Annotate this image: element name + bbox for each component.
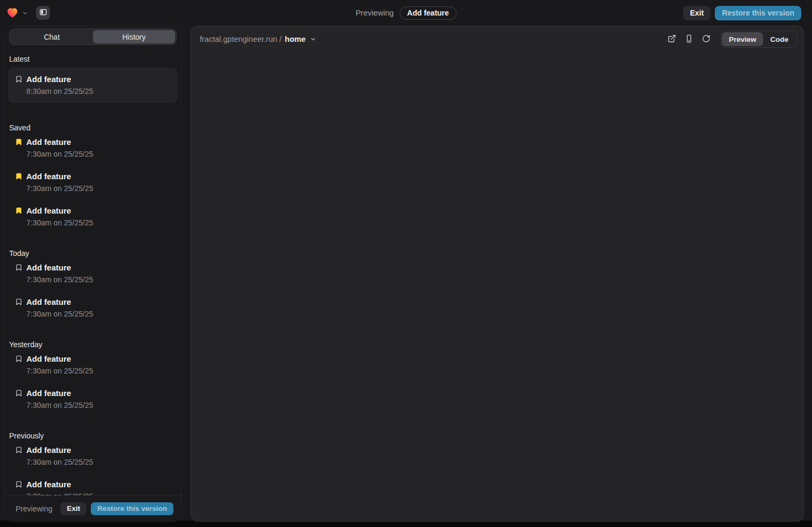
history-item-title: Add feature [26,136,171,148]
exit-button[interactable]: Exit [683,6,711,20]
history-item-time: 7:30am on 25/25/25 [26,308,171,320]
preview-viewport[interactable] [191,52,803,521]
version-badge[interactable]: Add feature [400,6,456,20]
history-item-time: 7:30am on 25/25/25 [26,491,171,495]
history-item-title: Add feature [26,262,171,274]
history-section-header: Previously [9,422,171,441]
footer-restore-version-button[interactable]: Restore this version [91,502,173,515]
history-item-time: 7:30am on 25/25/25 [26,399,171,411]
open-in-new-tab-button[interactable] [664,32,679,47]
history-section-header: Today [9,239,171,259]
history-item[interactable]: Add feature 8:30am on 25/25/25 [8,68,178,103]
history-item[interactable]: Add feature 7:30am on 25/25/25 [15,444,171,468]
history-section-items: Add feature 7:30am on 25/25/25 Add featu… [15,353,171,411]
bookmark-filled-icon[interactable] [15,207,23,215]
history-item-title: Add feature [26,205,171,217]
bookmark-icon[interactable] [15,446,23,454]
previewing-label: Previewing [356,9,394,17]
url-chevron-down-icon [310,36,316,42]
topbar-left [6,6,50,20]
history-item-time: 7:30am on 25/25/25 [26,274,171,286]
refresh-button[interactable] [699,32,714,47]
history-section: Latest Add feature 8:30am on 25/25/25 [15,45,171,103]
history-item[interactable]: Add feature 7:30am on 25/25/25 [15,479,171,495]
lovable-heart-logo[interactable] [6,7,18,19]
history-item-title: Add feature [26,74,171,85]
bookmark-filled-icon[interactable] [15,172,23,180]
history-section: Today Add feature 7:30am on 25/25/25 Add… [15,239,171,320]
project-menu-chevron-down-icon[interactable] [22,10,28,16]
code-tab-button[interactable]: Code [763,32,795,46]
mobile-view-button[interactable] [682,32,697,47]
bookmark-icon[interactable] [15,389,23,397]
bookmark-icon[interactable] [15,355,23,363]
history-item-time: 7:30am on 25/25/25 [26,456,171,468]
history-item-time: 7:30am on 25/25/25 [26,182,171,194]
footer-previewing-label: Previewing [16,504,52,513]
history-item-title: Add feature [26,444,171,456]
history-item-time: 8:30am on 25/25/25 [26,85,171,97]
history-item[interactable]: Add feature 7:30am on 25/25/25 [15,262,171,286]
bookmark-filled-icon[interactable] [15,138,23,146]
history-item[interactable]: Add feature 7:30am on 25/25/25 [15,353,171,377]
topbar: Previewing Add feature Exit Restore this… [0,0,812,26]
history-item[interactable]: Add feature 7:30am on 25/25/25 [15,387,171,411]
history-item-title: Add feature [26,171,171,182]
history-section: Yesterday Add feature 7:30am on 25/25/25… [15,331,171,411]
history-item-time: 7:30am on 25/25/25 [26,365,171,377]
history-section-header: Saved [9,114,171,133]
history-item-title: Add feature [26,387,171,399]
preview-panel: fractal.gptengineer.run / home [191,26,804,522]
history-item[interactable]: Add feature 7:30am on 25/25/25 [15,296,171,320]
panel-left-icon [39,8,47,18]
bookmark-icon[interactable] [15,264,23,272]
history-section: Previously Add feature 7:30am on 25/25/2… [15,422,171,495]
history-list[interactable]: Latest Add feature 8:30am on 25/25/25 Sa… [5,45,181,495]
view-toggle: Preview Code [720,31,797,48]
history-item-title: Add feature [26,296,171,308]
history-item-title: Add feature [26,353,171,365]
history-section-items: Add feature 7:30am on 25/25/25 Add featu… [15,444,171,495]
history-item-time: 7:30am on 25/25/25 [26,148,171,160]
sidebar-footer: Previewing Exit Restore this version [5,495,181,521]
footer-exit-button[interactable]: Exit [60,502,86,515]
external-link-icon [668,34,676,45]
bookmark-icon[interactable] [15,75,23,83]
refresh-icon [702,34,711,45]
restore-version-button[interactable]: Restore this version [715,6,801,20]
history-item-title: Add feature [26,479,171,491]
history-section-items: Add feature 7:30am on 25/25/25 Add featu… [15,262,171,320]
preview-url-domain: fractal.gptengineer.run / [200,35,281,43]
history-section-header: Latest [9,45,171,64]
history-item[interactable]: Add feature 7:30am on 25/25/25 [15,171,171,194]
topbar-right: Exit Restore this version [683,6,801,20]
history-item[interactable]: Add feature 7:30am on 25/25/25 [15,205,171,229]
preview-header-actions: Preview Code [664,31,797,48]
history-item-time: 7:30am on 25/25/25 [26,217,171,229]
sidebar-toggle-button[interactable] [36,6,50,20]
preview-header: fractal.gptengineer.run / home [191,26,803,52]
tab-chat[interactable]: Chat [11,30,93,43]
history-item[interactable]: Add feature 7:30am on 25/25/25 [15,136,171,160]
smartphone-icon [685,34,693,45]
history-section: Saved Add feature 7:30am on 25/25/25 Add… [15,114,171,229]
preview-url-selector[interactable]: fractal.gptengineer.run / home [200,35,316,43]
history-section-items: Add feature 7:30am on 25/25/25 Add featu… [15,136,171,229]
tab-history[interactable]: History [93,30,175,43]
topbar-center: Previewing Add feature [356,0,456,26]
history-section-items: Add feature 8:30am on 25/25/25 [15,68,171,103]
history-section-header: Yesterday [9,331,171,350]
bookmark-icon[interactable] [15,480,23,488]
preview-tab-button[interactable]: Preview [722,32,763,46]
preview-url-page: home [285,35,306,43]
history-sidebar: Chat History Latest Add feature 8:30am o… [4,26,182,522]
sidebar-tabs: Chat History [9,28,177,45]
bookmark-icon[interactable] [15,298,23,306]
